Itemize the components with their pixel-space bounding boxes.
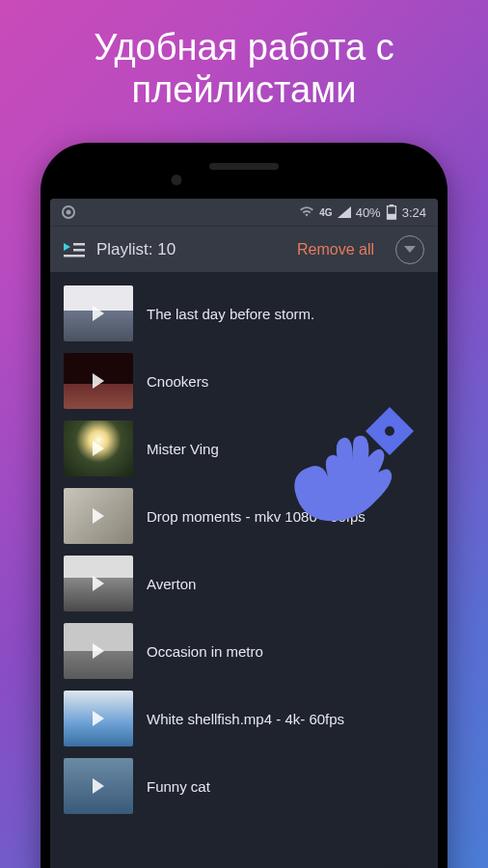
remove-all-button[interactable]: Remove all	[297, 241, 374, 258]
video-thumbnail	[64, 353, 133, 409]
svg-rect-4	[73, 249, 85, 252]
svg-rect-5	[64, 255, 85, 258]
video-thumbnail	[64, 691, 133, 746]
item-title: Mister Ving	[147, 441, 219, 457]
video-thumbnail	[64, 623, 133, 679]
item-title: Averton	[147, 576, 196, 592]
list-item[interactable]: Mister Ving	[50, 415, 438, 482]
hero-title: Удобная работа с плейлистами	[0, 0, 488, 111]
list-item[interactable]: Occasion in metro	[50, 617, 438, 685]
list-item[interactable]: White shellfish.mp4 - 4k- 60fps	[50, 685, 438, 752]
status-bar: 4G 40% 3:24	[50, 199, 438, 226]
app-header: Playlist: 10 Remove all	[50, 226, 438, 272]
item-title: White shellfish.mp4 - 4k- 60fps	[147, 711, 344, 727]
chevron-down-icon	[404, 246, 416, 254]
status-app-icon	[62, 205, 75, 219]
dropdown-button[interactable]	[395, 235, 424, 264]
video-thumbnail	[64, 758, 133, 814]
playlist-icon	[64, 241, 85, 258]
video-thumbnail	[64, 285, 133, 341]
svg-rect-3	[73, 243, 85, 246]
playlist-title: Playlist: 10	[96, 240, 285, 259]
svg-rect-2	[387, 214, 395, 219]
playlist-list[interactable]: The last day before storm. Cnookers Mist…	[50, 272, 438, 820]
list-item[interactable]: The last day before storm.	[50, 280, 438, 347]
wifi-icon	[299, 206, 314, 218]
item-title: Funny cat	[147, 778, 210, 795]
screen: 4G 40% 3:24 Playlist: 10 Remove all	[50, 199, 438, 868]
list-item[interactable]: Drop moments - mkv 1080 - 60fps	[50, 482, 438, 550]
battery-icon	[386, 204, 397, 220]
network-label: 4G	[319, 207, 332, 218]
list-item[interactable]: Cnookers	[50, 347, 438, 415]
item-title: The last day before storm.	[147, 306, 314, 322]
item-title: Cnookers	[147, 373, 208, 390]
video-thumbnail	[64, 488, 133, 544]
item-title: Occasion in metro	[147, 643, 263, 660]
list-item[interactable]: Funny cat	[50, 752, 438, 820]
battery-pct: 40%	[356, 205, 381, 220]
phone-frame: 4G 40% 3:24 Playlist: 10 Remove all	[41, 143, 447, 868]
list-item[interactable]: Averton	[50, 550, 438, 617]
item-title: Drop moments - mkv 1080 - 60fps	[147, 508, 366, 525]
video-thumbnail	[64, 556, 133, 611]
status-time: 3:24	[402, 205, 426, 220]
video-thumbnail	[64, 420, 133, 476]
signal-icon	[338, 206, 351, 218]
